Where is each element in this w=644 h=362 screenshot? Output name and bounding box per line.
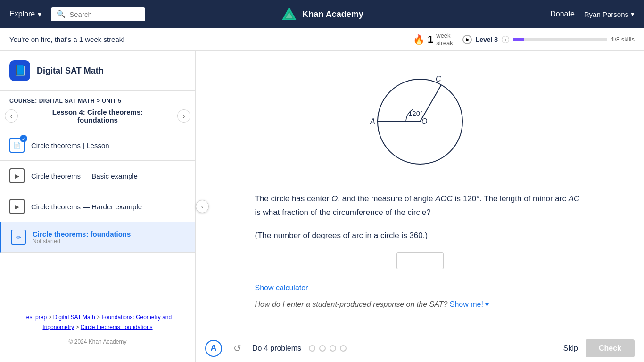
streak-message: You're on fire, that's a 1 week streak! — [9, 35, 124, 43]
breadcrumb-test-prep[interactable]: Test prep — [24, 314, 47, 321]
show-calculator-link[interactable]: Show calculator — [255, 284, 585, 292]
user-name-label: Ryan Parsons — [584, 10, 628, 18]
lesson-item-icon: 📄 ✓ — [9, 138, 25, 153]
refresh-icon: ↺ — [233, 343, 241, 354]
explore-button[interactable]: Explore ▾ — [9, 10, 41, 19]
video-play-icon: ▶ — [15, 173, 19, 180]
logo-text: Khan Academy — [302, 9, 363, 19]
point-a-label: A — [370, 117, 375, 125]
lesson-title-line1: Lesson 4: Circle theorems: — [52, 108, 143, 116]
breadcrumb-digital-sat[interactable]: Digital SAT Math — [53, 314, 95, 321]
sidebar-collapse-button[interactable]: ‹ — [196, 200, 209, 213]
search-input[interactable] — [69, 10, 140, 18]
breadcrumb-links: Test prep > Digital SAT Math > Foundatio… — [9, 313, 186, 333]
check-mark: ✓ — [22, 136, 25, 141]
problem-center-var: O — [331, 194, 338, 203]
explore-label: Explore — [9, 10, 35, 18]
khan-academy-logo-icon — [281, 6, 297, 23]
level-area: ▶ Level 8 i 1/8 skills — [462, 35, 635, 44]
collapse-icon: ‹ — [201, 203, 204, 210]
nav-left-arrow-icon: ‹ — [10, 112, 13, 120]
pencil-symbol: ✏ — [16, 234, 21, 241]
sidebar: 📘 Digital SAT Math COURSE: DIGITAL SAT M… — [0, 51, 196, 362]
app-icon-symbol: 📘 — [14, 65, 26, 77]
level-play-icon[interactable]: ▶ — [462, 35, 472, 44]
breadcrumb-sep: > — [97, 98, 102, 104]
content-area: C A O 120° The circle has center O, and … — [196, 51, 644, 362]
level-progress-bar — [513, 38, 607, 41]
dot-1 — [309, 345, 315, 352]
skip-button[interactable]: Skip — [563, 344, 578, 353]
problem-hint-text: (The number of degrees of arc in a circl… — [255, 231, 428, 240]
streak-count: 🔥 1 week streak — [413, 32, 453, 47]
sat-question-text: How do I enter a student-produced respon… — [255, 300, 448, 308]
point-o-label: O — [421, 117, 427, 125]
check-button[interactable]: Check — [586, 339, 635, 357]
basic-item-label: Circle theorems — Basic example — [31, 172, 138, 180]
search-icon: 🔍 — [57, 10, 66, 18]
copyright-text: © 2024 Khan Academy — [9, 338, 186, 345]
donate-button[interactable]: Donate — [550, 10, 575, 18]
do-problems-label: Do 4 problems — [252, 344, 301, 353]
dot-2 — [319, 345, 326, 352]
lesson-title-line2: foundations — [52, 116, 143, 124]
harder-item-icon: ▶ — [9, 199, 25, 214]
streak-unit-container: week streak — [436, 32, 453, 47]
foundations-item-label: Circle theorems: foundations — [33, 230, 131, 238]
streak-number: 1 — [428, 33, 433, 46]
dot-3 — [330, 345, 336, 352]
content-scroll: C A O 120° The circle has center O, and … — [196, 51, 644, 334]
sidebar-item-lesson[interactable]: 📄 ✓ Circle theorems | Lesson — [0, 130, 195, 161]
sidebar-item-foundations[interactable]: ✏ Circle theorems: foundations Not start… — [0, 222, 195, 253]
breadcrumb-unit[interactable]: UNIT 5 — [102, 98, 121, 104]
play-icon: ▶ — [466, 37, 470, 42]
user-menu-button[interactable]: Ryan Parsons ▾ — [584, 10, 635, 18]
problem-angle-var: AOC — [435, 194, 453, 203]
skills-text: 1/8 skills — [611, 36, 635, 43]
level-label: Level 8 — [476, 36, 498, 43]
breadcrumb-circle-theorems[interactable]: Circle theorems: foundations — [81, 324, 153, 330]
show-me-link[interactable]: Show me! ▾ — [450, 300, 489, 308]
lesson-nav-title: Lesson 4: Circle theorems: foundations — [52, 108, 143, 124]
fire-icon: 🔥 — [413, 34, 425, 45]
level-progress-fill — [513, 38, 524, 41]
harder-item-label: Circle theorems — Harder example — [31, 203, 142, 211]
nav-right-arrow-icon: › — [183, 112, 185, 120]
refresh-button[interactable]: ↺ — [230, 341, 245, 356]
progress-dots — [309, 345, 347, 352]
sidebar-item-basic[interactable]: ▶ Circle theorems — Basic example — [0, 161, 195, 191]
bc-sep3: > — [75, 324, 80, 330]
sidebar-item-harder[interactable]: ▶ Circle theorems — Harder example — [0, 191, 195, 222]
lesson-nav-next-button[interactable]: › — [177, 109, 190, 123]
explore-chevron-icon: ▾ — [38, 10, 41, 19]
hint-button[interactable]: A — [205, 340, 222, 357]
lesson-doc-icon: 📄 — [13, 142, 21, 149]
circle-diagram: C A O 120° — [224, 65, 616, 178]
harder-video-play-icon: ▶ — [15, 203, 19, 210]
problem-text: The circle has center O, and the measure… — [255, 192, 585, 220]
breadcrumb-course[interactable]: COURSE: DIGITAL SAT MATH — [9, 98, 95, 104]
foundations-item-icon: ✏ — [11, 230, 26, 245]
foundations-item-content: Circle theorems: foundations Not started — [33, 230, 131, 245]
bottom-bar: A ↺ Do 4 problems Skip Check — [196, 334, 644, 362]
bc-sep1: > — [48, 314, 53, 321]
problem-desc-4: is what fraction of the circumference of… — [255, 208, 431, 217]
breadcrumb-area: COURSE: DIGITAL SAT MATH > UNIT 5 — [0, 91, 195, 108]
dot-4 — [340, 345, 347, 352]
hint-a-icon: A — [211, 343, 217, 353]
level-info-icon[interactable]: i — [502, 36, 509, 43]
search-bar: 🔍 — [51, 7, 145, 21]
problem-arc-var: AC — [569, 194, 580, 203]
app-title: Digital SAT Math — [37, 66, 104, 76]
sidebar-footer: Test prep > Digital SAT Math > Foundatio… — [0, 305, 195, 353]
point-c-label: C — [436, 75, 441, 83]
svg-line-5 — [420, 85, 441, 122]
foundations-item-sublabel: Not started — [33, 238, 131, 245]
answer-input[interactable] — [396, 252, 444, 269]
lesson-item-label: Circle theorems | Lesson — [31, 141, 109, 149]
lesson-nav-prev-button[interactable]: ‹ — [5, 109, 18, 123]
streak-unit-streak: streak — [436, 40, 453, 47]
sat-response-text: How do I enter a student-produced respon… — [255, 300, 585, 309]
logo-area: Khan Academy — [281, 6, 363, 23]
answer-line — [255, 274, 585, 274]
